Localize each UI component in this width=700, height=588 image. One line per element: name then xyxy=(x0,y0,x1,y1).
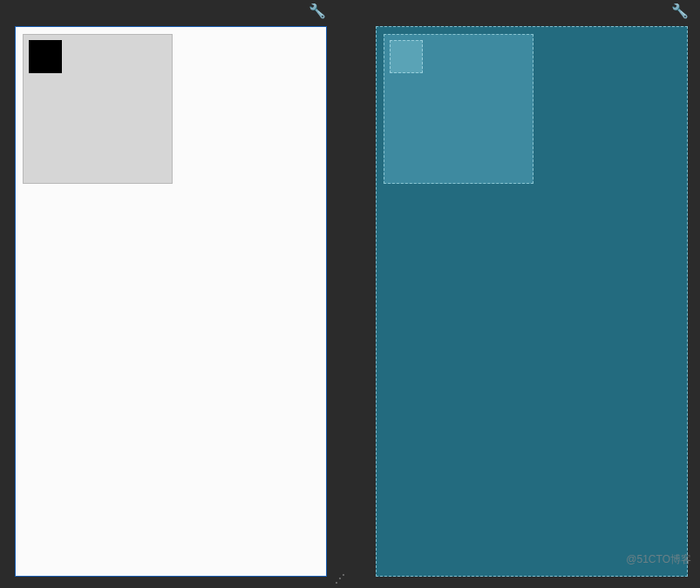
layout-preview-left[interactable] xyxy=(15,26,327,577)
mid-container[interactable] xyxy=(23,34,173,184)
settings-icon[interactable]: 🔧 xyxy=(309,3,326,19)
watermark-text: @51CTO博客 xyxy=(626,552,691,567)
layout-preview-right[interactable] xyxy=(376,26,688,577)
inner-box[interactable] xyxy=(390,40,423,73)
resize-handle-icon[interactable]: ⋰ xyxy=(335,572,345,585)
inner-box[interactable] xyxy=(29,40,62,73)
mid-container[interactable] xyxy=(384,34,533,184)
preview-panes xyxy=(15,26,688,578)
settings-icon[interactable]: 🔧 xyxy=(671,3,689,19)
